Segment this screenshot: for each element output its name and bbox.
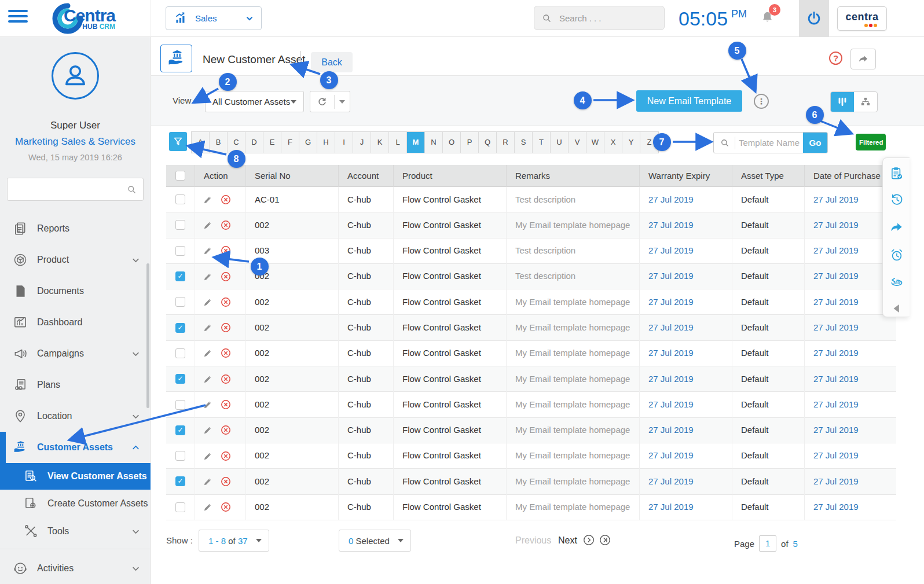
sidebar-item-campaigns[interactable]: Campaigns [0, 338, 151, 369]
history-icon[interactable] [889, 192, 904, 207]
module-selector-dropdown[interactable]: Sales [166, 6, 262, 30]
letter-filter-P[interactable]: P [461, 132, 479, 153]
letter-filter-U[interactable]: U [551, 132, 569, 153]
edit-icon[interactable] [203, 425, 213, 435]
row-checkbox[interactable] [175, 246, 185, 256]
user-avatar[interactable] [52, 52, 99, 100]
filter-funnel-button[interactable] [169, 132, 187, 151]
page-range-dropdown[interactable]: 1 - 8 of 37 [199, 530, 269, 552]
letter-filter-M[interactable]: M [407, 132, 425, 153]
letter-filter-Y[interactable]: Y [622, 132, 640, 153]
letter-filter-J[interactable]: J [353, 132, 371, 153]
edit-icon[interactable] [203, 322, 213, 333]
letter-filter-O[interactable]: O [443, 132, 461, 153]
global-search-input[interactable] [558, 13, 645, 24]
selected-count-dropdown[interactable]: 0 Selected [339, 530, 411, 552]
letter-filter-T[interactable]: T [533, 132, 551, 153]
delete-icon[interactable] [220, 219, 232, 231]
delete-icon[interactable] [220, 347, 232, 359]
delete-icon[interactable] [220, 424, 232, 436]
row-checkbox[interactable]: ✓ [175, 374, 185, 384]
row-checkbox[interactable]: ✓ [175, 476, 185, 486]
edit-icon[interactable] [203, 220, 213, 230]
notifications-bell-icon[interactable]: 3 [760, 9, 777, 28]
edit-icon[interactable] [203, 476, 213, 487]
row-checkbox[interactable]: ✓ [175, 323, 185, 333]
letter-filter-I[interactable]: I [335, 132, 353, 153]
delete-icon[interactable] [220, 194, 232, 205]
edit-icon[interactable] [203, 271, 213, 282]
letter-filter-W[interactable]: W [586, 132, 604, 153]
view-360-icon[interactable]: 360° [889, 274, 904, 289]
letter-filter-V[interactable]: V [569, 132, 586, 153]
select-all-checkbox[interactable] [175, 171, 185, 181]
edit-icon[interactable] [203, 399, 213, 410]
letter-filter-L[interactable]: L [389, 132, 407, 153]
help-icon[interactable]: ? [829, 52, 842, 65]
delete-icon[interactable] [220, 399, 232, 410]
logout-power-button[interactable] [799, 0, 829, 37]
filtered-badge-button[interactable]: Filtered [856, 134, 886, 150]
edit-icon[interactable] [203, 502, 213, 512]
customer-asset-icon[interactable] [160, 45, 192, 72]
previous-button[interactable]: Previous [515, 535, 551, 546]
letter-filter-F[interactable]: F [281, 132, 299, 153]
delete-icon[interactable] [220, 373, 232, 385]
sidebar-item-view-customer-assets[interactable]: View Customer Assets [0, 463, 151, 490]
row-checkbox[interactable] [175, 348, 185, 358]
sidebar-item-plans[interactable]: Plans [0, 369, 151, 401]
sidebar-search-input[interactable] [13, 184, 126, 194]
letter-filter-C[interactable]: C [228, 132, 245, 153]
letter-filter-N[interactable]: N [425, 132, 443, 153]
letter-filter-Z[interactable]: Z [640, 132, 658, 153]
letter-filter-S[interactable]: S [515, 132, 533, 153]
letter-filter-E[interactable]: E [263, 132, 281, 153]
letter-filter-Q[interactable]: Q [479, 132, 497, 153]
letter-filter-A[interactable]: A [192, 132, 210, 153]
row-checkbox[interactable] [175, 502, 185, 512]
refresh-caret[interactable] [335, 100, 350, 104]
page-number-input[interactable] [759, 535, 776, 552]
reminder-icon[interactable] [889, 247, 904, 263]
delete-icon[interactable] [220, 296, 232, 308]
view-dropdown[interactable]: All Customer Assets [205, 91, 304, 112]
user-role[interactable]: Marketing Sales & Services [0, 136, 151, 148]
edit-icon[interactable] [203, 194, 213, 205]
sidebar-item-activities[interactable]: Activities [0, 553, 151, 584]
share-button[interactable] [850, 49, 876, 69]
sidebar-item-location[interactable]: Location [0, 401, 151, 432]
sidebar-scrollbar[interactable] [146, 263, 149, 408]
delete-icon[interactable] [220, 322, 232, 333]
tasks-icon[interactable] [889, 166, 904, 181]
sidebar-item-customer-assets[interactable]: Customer Assets [0, 432, 151, 463]
letter-filter-K[interactable]: K [371, 132, 389, 153]
sidebar-item-product[interactable]: Product [0, 244, 151, 276]
letter-filter-D[interactable]: D [245, 132, 263, 153]
letter-filter-G[interactable]: G [299, 132, 317, 153]
hamburger-menu-icon[interactable] [8, 10, 28, 27]
letter-filter-X[interactable]: X [604, 132, 622, 153]
edit-icon[interactable] [203, 451, 213, 461]
row-checkbox[interactable] [175, 400, 185, 410]
row-checkbox[interactable] [175, 297, 185, 307]
hierarchy-view-toggle[interactable] [854, 92, 877, 112]
list-view-toggle[interactable] [831, 92, 854, 112]
delete-icon[interactable] [220, 450, 232, 462]
row-checkbox[interactable] [175, 451, 185, 461]
next-page-icon[interactable] [582, 534, 595, 546]
edit-icon[interactable] [203, 348, 213, 358]
collapse-icon[interactable] [889, 300, 904, 316]
refresh-split-button[interactable] [310, 91, 350, 112]
edit-icon[interactable] [203, 297, 213, 307]
delete-icon[interactable] [220, 476, 232, 487]
row-checkbox[interactable]: ✓ [175, 271, 185, 281]
edit-icon[interactable] [203, 245, 213, 256]
new-email-template-button[interactable]: New Email Template [636, 90, 742, 112]
refresh-icon[interactable] [310, 96, 334, 108]
letter-filter-H[interactable]: H [317, 132, 335, 153]
delete-icon[interactable] [220, 245, 232, 256]
letter-filter-B[interactable]: B [210, 132, 228, 153]
back-button[interactable]: Back [311, 52, 353, 72]
next-button[interactable]: Next [558, 535, 577, 546]
go-button[interactable]: Go [803, 132, 827, 153]
